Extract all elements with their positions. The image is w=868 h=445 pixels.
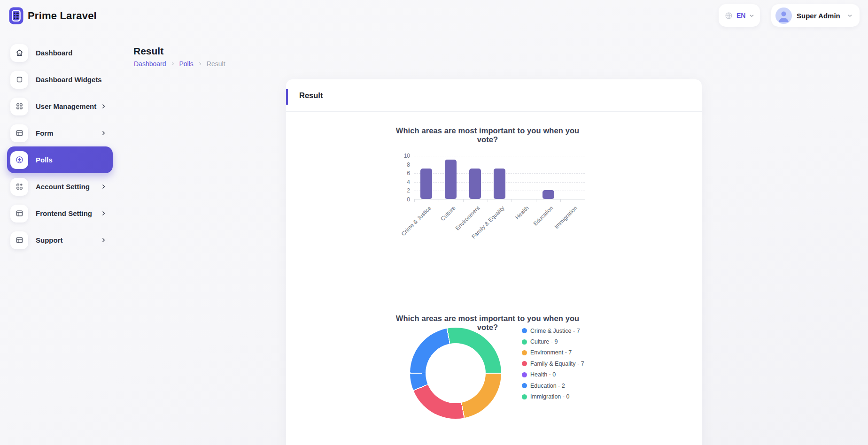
avatar [775, 8, 792, 24]
sidebar-item-dashboard-widgets[interactable]: Dashboard Widgets [7, 66, 113, 93]
legend-label: Education - 2 [530, 383, 565, 389]
y-axis-tick-label: 4 [407, 179, 410, 185]
bar-5[interactable] [542, 190, 554, 199]
bar-3[interactable] [494, 169, 505, 199]
table-icon [10, 231, 28, 249]
x-axis-tick [512, 199, 512, 202]
chevron-down-icon [847, 13, 853, 19]
y-axis-tick-label: 2 [407, 187, 410, 194]
chart-legend: Crime & Justice - 7Culture - 9Environmen… [522, 325, 584, 402]
chevron-right-icon [101, 210, 107, 216]
x-axis-tick [488, 199, 488, 202]
sidebar-item-account-setting[interactable]: Account Setting [7, 173, 113, 200]
sidebar-item-user-management[interactable]: User Management [7, 93, 113, 120]
sidebar-item-label: Polls [36, 156, 53, 164]
bar-1[interactable] [445, 160, 457, 199]
gridline [414, 165, 585, 165]
bar-chart-title: Which areas are most important to you wh… [394, 126, 581, 144]
y-axis-tick-label: 0 [407, 196, 410, 203]
sidebar-item-label: Dashboard Widgets [36, 76, 102, 84]
sidebar-item-label: Support [36, 236, 63, 244]
sidebar-item-support[interactable]: Support [7, 227, 113, 253]
sidebar-item-label: Dashboard [36, 49, 72, 57]
sidebar-item-frontend-setting[interactable]: Frontend Setting [7, 200, 113, 227]
legend-dot [522, 350, 527, 355]
chevron-right-icon [101, 103, 107, 109]
x-axis-tick [414, 199, 415, 202]
sidebar-item-label: Frontend Setting [36, 209, 92, 217]
breadcrumb: DashboardPollsResult [134, 60, 225, 68]
user-name: Super Admin [797, 12, 842, 20]
bar-0[interactable] [420, 169, 432, 199]
x-axis-tick [439, 199, 439, 202]
table-icon [10, 124, 28, 142]
legend-dot [522, 394, 527, 399]
page-title: Result [133, 46, 163, 57]
bar-2[interactable] [469, 169, 481, 199]
grid-icon [10, 98, 28, 115]
sidebar-item-label: Account Setting [36, 183, 90, 191]
x-axis-tick [585, 199, 585, 202]
legend-item-environment[interactable]: Environment - 7 [522, 347, 584, 358]
chevron-right-icon [101, 130, 107, 136]
language-selector[interactable]: EN [719, 4, 760, 27]
donut-ring[interactable] [410, 328, 501, 419]
user-menu[interactable]: Super Admin [771, 4, 860, 27]
bar-chart: Which areas are most important to you wh… [394, 126, 581, 199]
bar-chart-plot-area: 0246810Crime & JusticeCultureEnvironment… [414, 156, 585, 199]
chevron-right-icon [101, 184, 107, 190]
brand-name: Prime Laravel [28, 10, 97, 22]
sidebar: DashboardDashboard WidgetsUser Managemen… [0, 39, 120, 253]
brand-logo-icon [9, 7, 23, 24]
legend-label: Environment - 7 [530, 349, 572, 356]
legend-item-health[interactable]: Health - 0 [522, 369, 584, 380]
sidebar-item-label: Form [36, 129, 54, 137]
y-axis-tick-label: 6 [407, 170, 410, 176]
card-title: Result [299, 91, 323, 100]
card-accent-bar [286, 89, 288, 105]
legend-item-crime-justice[interactable]: Crime & Justice - 7 [522, 325, 584, 336]
legend-label: Health - 0 [530, 371, 556, 378]
x-axis-tick [463, 199, 464, 202]
polls-icon [10, 151, 28, 169]
legend-label: Crime & Justice - 7 [530, 328, 580, 334]
chevron-down-icon [749, 13, 755, 19]
legend-dot [522, 383, 527, 388]
legend-label: Family & Equality - 7 [530, 361, 584, 367]
table-icon [10, 205, 28, 222]
home-icon [10, 44, 28, 62]
x-axis-tick [560, 199, 561, 202]
legend-item-education[interactable]: Education - 2 [522, 380, 584, 391]
globe-icon [724, 11, 733, 20]
widget-icon [10, 71, 28, 89]
y-axis-tick-label: 10 [404, 153, 410, 159]
sidebar-item-dashboard[interactable]: Dashboard [7, 39, 113, 66]
legend-dot [522, 328, 527, 333]
sidebar-item-form[interactable]: Form [7, 120, 113, 146]
x-axis-tick [536, 199, 536, 202]
sidebar-item-label: User Management [36, 102, 96, 110]
y-axis-tick-label: 8 [407, 161, 410, 168]
legend-label: Immigration - 0 [530, 393, 569, 400]
gridline [414, 156, 585, 156]
legend-item-culture[interactable]: Culture - 9 [522, 336, 584, 347]
breadcrumb-polls[interactable]: Polls [179, 60, 194, 68]
legend-item-immigration[interactable]: Immigration - 0 [522, 391, 584, 402]
card-header: Result [286, 79, 702, 112]
grid-plus-icon [10, 178, 28, 196]
legend-dot [522, 372, 527, 377]
brand[interactable]: Prime Laravel [9, 7, 97, 24]
chevron-right-icon [101, 237, 107, 243]
breadcrumb-result: Result [207, 60, 225, 68]
legend-item-family-equality[interactable]: Family & Equality - 7 [522, 358, 584, 369]
legend-dot [522, 339, 527, 345]
chevron-right-icon [198, 61, 202, 66]
result-card: Result Which areas are most important to… [286, 79, 702, 445]
language-code: EN [736, 12, 745, 19]
sidebar-item-polls[interactable]: Polls [7, 146, 113, 173]
legend-label: Culture - 9 [530, 338, 558, 345]
breadcrumb-dashboard[interactable]: Dashboard [134, 60, 166, 68]
chevron-right-icon [170, 61, 175, 66]
legend-dot [522, 361, 527, 366]
